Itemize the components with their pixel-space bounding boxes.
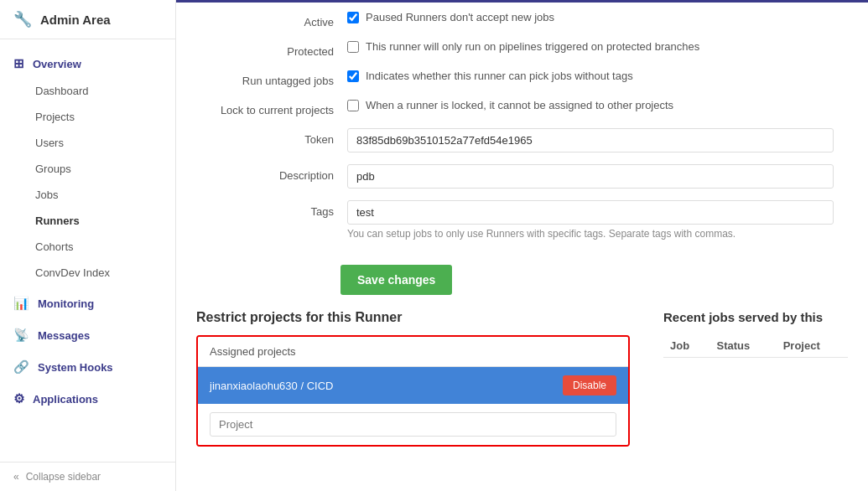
applications-icon: ⚙: [13, 391, 24, 406]
description-control: [347, 164, 848, 189]
active-desc: Paused Runners don't accept new jobs: [366, 11, 554, 23]
nav-section-overview: ⊞ Overview Dashboard Projects Users Grou…: [0, 49, 175, 286]
nav-section-system-hooks: 🔗 System Hooks: [0, 353, 175, 381]
protected-checkbox[interactable]: [347, 41, 359, 53]
protected-label: Protected: [196, 40, 347, 58]
lock-desc: When a runner is locked, it cannot be as…: [366, 99, 673, 111]
sidebar-item-projects[interactable]: Projects: [0, 104, 175, 130]
sidebar-item-dashboard[interactable]: Dashboard: [0, 78, 175, 104]
project-search-input[interactable]: [210, 412, 616, 437]
tags-control: You can setup jobs to only use Runners w…: [347, 200, 848, 240]
admin-area-title: Admin Area: [40, 13, 111, 27]
run-untagged-row: Run untagged jobs Indicates whether this…: [196, 70, 848, 87]
run-untagged-checkbox[interactable]: [347, 70, 359, 82]
token-control: [347, 128, 848, 152]
runner-form: Active Paused Runners don't accept new j…: [176, 3, 868, 265]
system-hooks-label: System Hooks: [38, 361, 113, 374]
messages-label: Messages: [38, 329, 90, 342]
tags-input[interactable]: [347, 200, 834, 225]
wrench-icon: 🔧: [13, 10, 32, 28]
col-job: Job: [663, 334, 710, 358]
sidebar-item-system-hooks[interactable]: 🔗 System Hooks: [0, 353, 175, 381]
active-checkbox[interactable]: [347, 12, 359, 23]
nav-section-applications: ⚙ Applications: [0, 385, 175, 413]
sidebar-item-monitoring[interactable]: 📊 Monitoring: [0, 289, 175, 318]
sidebar-nav: ⊞ Overview Dashboard Projects Users Grou…: [0, 39, 175, 462]
protected-desc: This runner will only run on pipelines t…: [366, 40, 699, 53]
sidebar-item-runners[interactable]: Runners: [0, 208, 175, 234]
run-untagged-control: Indicates whether this runner can pick j…: [347, 70, 848, 82]
system-hooks-icon: 🔗: [13, 359, 29, 375]
active-label: Active: [196, 11, 347, 28]
protected-control: This runner will only run on pipelines t…: [347, 40, 848, 53]
sidebar: 🔧 Admin Area ⊞ Overview Dashboard Projec…: [0, 0, 176, 491]
col-project: Project: [777, 334, 848, 358]
tags-label: Tags: [196, 200, 347, 218]
recent-jobs-title: Recent jobs served by this: [663, 310, 848, 324]
col-status: Status: [710, 334, 777, 358]
overview-label: Overview: [33, 58, 81, 70]
project-row: jinanxiaolaohu630 / CICD Disable: [198, 367, 628, 404]
sidebar-item-groups[interactable]: Groups: [0, 156, 175, 182]
project-input-row: [198, 404, 628, 445]
description-input[interactable]: [347, 164, 834, 189]
description-row: Description: [196, 164, 848, 189]
overview-icon: ⊞: [13, 56, 24, 71]
applications-label: Applications: [33, 393, 98, 406]
lock-checkbox[interactable]: [347, 100, 359, 111]
sidebar-item-convdev-index[interactable]: ConvDev Index: [0, 260, 175, 286]
monitoring-label: Monitoring: [38, 297, 94, 310]
restrict-section: Restrict projects for this Runner Assign…: [176, 310, 868, 447]
main-content: Active Paused Runners don't accept new j…: [176, 0, 868, 491]
sidebar-item-messages[interactable]: 📡 Messages: [0, 321, 175, 349]
disable-button[interactable]: Disable: [563, 375, 616, 395]
collapse-icon: «: [13, 471, 19, 483]
active-control: Paused Runners don't accept new jobs: [347, 11, 848, 23]
sidebar-item-users[interactable]: Users: [0, 130, 175, 156]
sidebar-item-jobs[interactable]: Jobs: [0, 182, 175, 208]
recent-jobs-table: Job Status Project: [663, 334, 848, 358]
sidebar-item-applications[interactable]: ⚙ Applications: [0, 385, 175, 413]
assigned-header: Assigned projects: [198, 337, 628, 367]
active-row: Active Paused Runners don't accept new j…: [196, 11, 848, 28]
lock-label: Lock to current projects: [196, 99, 347, 116]
save-changes-button[interactable]: Save changes: [340, 265, 452, 295]
restrict-title: Restrict projects for this Runner: [196, 310, 630, 325]
token-label: Token: [196, 128, 347, 146]
sidebar-header: 🔧 Admin Area: [0, 0, 175, 39]
nav-section-monitoring: 📊 Monitoring: [0, 289, 175, 318]
token-input[interactable]: [347, 128, 834, 152]
run-untagged-desc: Indicates whether this runner can pick j…: [366, 70, 633, 82]
monitoring-icon: 📊: [13, 296, 29, 311]
restrict-layout: Restrict projects for this Runner Assign…: [196, 310, 848, 447]
collapse-label: Collapse sidebar: [26, 471, 101, 483]
sidebar-item-overview[interactable]: ⊞ Overview: [0, 49, 175, 78]
token-row: Token: [196, 128, 848, 152]
protected-row: Protected This runner will only run on p…: [196, 40, 848, 58]
tags-row: Tags You can setup jobs to only use Runn…: [196, 200, 848, 240]
lock-control: When a runner is locked, it cannot be as…: [347, 99, 848, 111]
project-name: jinanxiaolaohu630 / CICD: [210, 380, 333, 392]
nav-section-messages: 📡 Messages: [0, 321, 175, 349]
restrict-right: Recent jobs served by this Job Status Pr…: [663, 310, 848, 447]
run-untagged-label: Run untagged jobs: [196, 70, 347, 87]
collapse-sidebar[interactable]: « Collapse sidebar: [0, 462, 175, 491]
tags-hint: You can setup jobs to only use Runners w…: [347, 228, 735, 240]
lock-row: Lock to current projects When a runner i…: [196, 99, 848, 116]
sidebar-item-cohorts[interactable]: Cohorts: [0, 234, 175, 260]
assigned-box: Assigned projects jinanxiaolaohu630 / CI…: [196, 335, 630, 447]
restrict-left: Restrict projects for this Runner Assign…: [196, 310, 630, 447]
messages-icon: 📡: [13, 328, 29, 343]
description-label: Description: [196, 164, 347, 182]
